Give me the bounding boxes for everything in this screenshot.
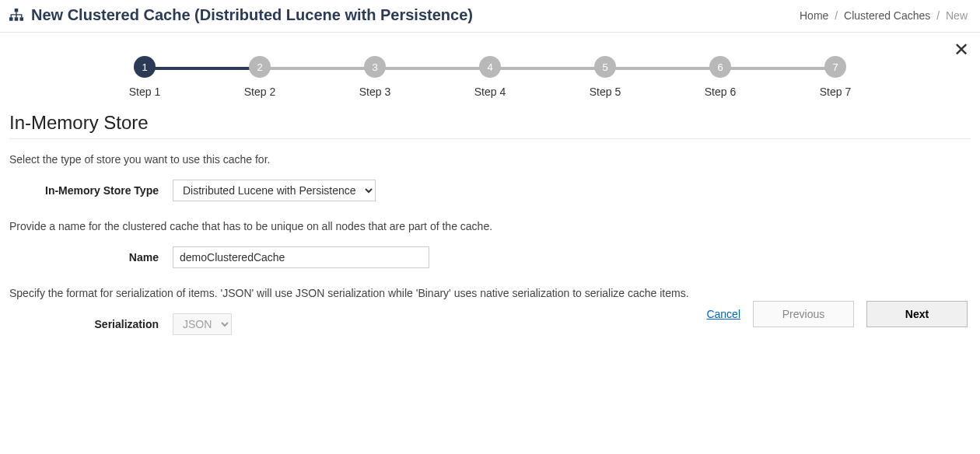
step-connector	[375, 67, 490, 70]
step-label: Step 3	[359, 86, 390, 98]
step-3[interactable]: 3 Step 3	[317, 56, 432, 98]
step-circle: 6	[709, 56, 731, 78]
name-label: Name	[9, 251, 173, 264]
step-circle: 7	[824, 56, 846, 78]
svg-rect-2	[15, 17, 19, 21]
svg-rect-3	[20, 17, 24, 21]
help-text-name: Provide a name for the clustered cache t…	[9, 220, 971, 232]
svg-rect-0	[15, 9, 19, 12]
step-label: Step 2	[244, 86, 275, 98]
help-text-serialization: Specify the format for serialization of …	[9, 287, 971, 299]
step-circle: 5	[594, 56, 616, 78]
store-type-label: In-Memory Store Type	[9, 184, 173, 197]
breadcrumb-current: New	[946, 9, 968, 22]
wizard-footer: Cancel Previous Next	[706, 301, 968, 327]
step-label: Step 5	[590, 86, 621, 98]
step-connector	[490, 67, 605, 70]
step-6[interactable]: 6 Step 6	[663, 56, 778, 98]
serialization-label: Serialization	[9, 318, 173, 330]
cancel-link[interactable]: Cancel	[706, 308, 740, 320]
breadcrumb-separator: /	[936, 9, 940, 22]
header-left: New Clustered Cache (Distributed Lucene …	[9, 6, 473, 24]
step-circle: 3	[364, 56, 386, 78]
step-2[interactable]: 2 Step 2	[202, 56, 317, 98]
step-connector	[605, 67, 720, 70]
store-type-select[interactable]: Distributed Lucene with Persistence	[173, 180, 376, 201]
step-7[interactable]: 7 Step 7	[778, 56, 893, 98]
page-header: New Clustered Cache (Distributed Lucene …	[0, 0, 980, 33]
wizard-container: ✕ 1 Step 1 2 Step 2 3 Step 3 4 Step 4 5 …	[0, 33, 980, 335]
section-title: In-Memory Store	[9, 112, 971, 134]
stepper: 1 Step 1 2 Step 2 3 Step 3 4 Step 4 5 St…	[9, 33, 971, 107]
sitemap-icon	[9, 9, 23, 23]
next-button[interactable]: Next	[866, 301, 968, 327]
breadcrumb: Home / Clustered Caches / New	[800, 9, 968, 22]
svg-rect-1	[9, 17, 13, 21]
step-label: Step 1	[129, 86, 160, 98]
breadcrumb-home[interactable]: Home	[800, 9, 828, 22]
step-1[interactable]: 1 Step 1	[87, 56, 202, 98]
step-circle: 2	[249, 56, 271, 78]
step-4[interactable]: 4 Step 4	[432, 56, 548, 98]
page-title: New Clustered Cache (Distributed Lucene …	[31, 6, 473, 24]
step-connector	[145, 67, 260, 70]
help-text-store-type: Select the type of store you want to use…	[9, 153, 971, 166]
step-label: Step 7	[820, 86, 851, 98]
section-divider	[9, 138, 971, 139]
serialization-select: JSON	[173, 313, 232, 335]
step-circle: 1	[134, 56, 156, 78]
step-circle: 4	[479, 56, 501, 78]
step-label: Step 6	[705, 86, 736, 98]
name-input[interactable]	[173, 246, 429, 268]
form-row-store-type: In-Memory Store Type Distributed Lucene …	[9, 180, 971, 201]
step-connector	[260, 67, 375, 70]
breadcrumb-clustered-caches[interactable]: Clustered Caches	[844, 9, 930, 22]
form-row-name: Name	[9, 246, 971, 268]
step-connector	[720, 67, 835, 70]
step-5[interactable]: 5 Step 5	[548, 56, 663, 98]
breadcrumb-separator: /	[835, 9, 838, 22]
step-label: Step 4	[474, 86, 506, 98]
previous-button[interactable]: Previous	[753, 301, 854, 327]
